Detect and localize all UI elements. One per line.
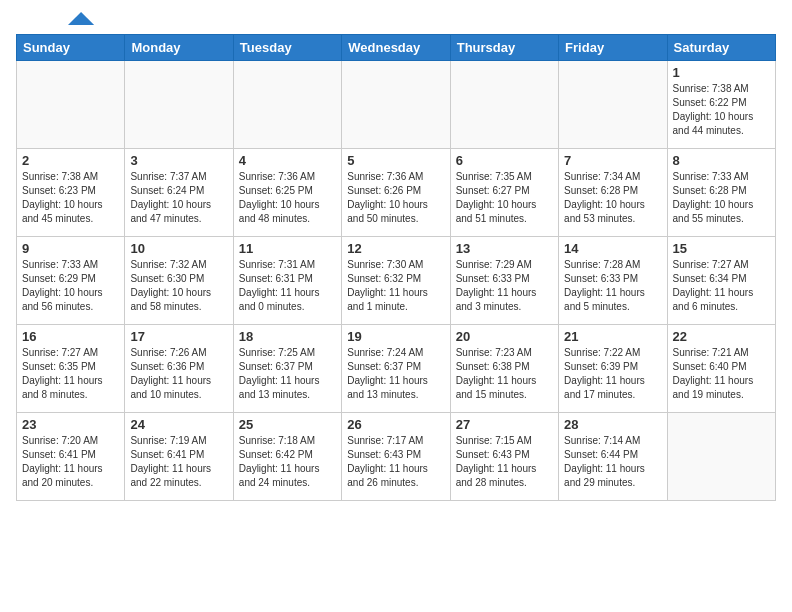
day-info: Sunrise: 7:18 AM Sunset: 6:42 PM Dayligh… (239, 434, 336, 490)
calendar-cell: 25Sunrise: 7:18 AM Sunset: 6:42 PM Dayli… (233, 413, 341, 501)
calendar-table: SundayMondayTuesdayWednesdayThursdayFrid… (16, 34, 776, 501)
calendar-cell: 8Sunrise: 7:33 AM Sunset: 6:28 PM Daylig… (667, 149, 775, 237)
day-number: 18 (239, 329, 336, 344)
calendar-cell: 26Sunrise: 7:17 AM Sunset: 6:43 PM Dayli… (342, 413, 450, 501)
calendar-week-4: 23Sunrise: 7:20 AM Sunset: 6:41 PM Dayli… (17, 413, 776, 501)
day-info: Sunrise: 7:32 AM Sunset: 6:30 PM Dayligh… (130, 258, 227, 314)
calendar-cell: 7Sunrise: 7:34 AM Sunset: 6:28 PM Daylig… (559, 149, 667, 237)
calendar-cell: 5Sunrise: 7:36 AM Sunset: 6:26 PM Daylig… (342, 149, 450, 237)
calendar-cell (233, 61, 341, 149)
calendar-cell: 12Sunrise: 7:30 AM Sunset: 6:32 PM Dayli… (342, 237, 450, 325)
weekday-header-tuesday: Tuesday (233, 35, 341, 61)
day-number: 12 (347, 241, 444, 256)
day-number: 24 (130, 417, 227, 432)
day-number: 19 (347, 329, 444, 344)
calendar-cell: 2Sunrise: 7:38 AM Sunset: 6:23 PM Daylig… (17, 149, 125, 237)
day-info: Sunrise: 7:29 AM Sunset: 6:33 PM Dayligh… (456, 258, 553, 314)
day-info: Sunrise: 7:22 AM Sunset: 6:39 PM Dayligh… (564, 346, 661, 402)
calendar-cell: 28Sunrise: 7:14 AM Sunset: 6:44 PM Dayli… (559, 413, 667, 501)
calendar-cell (17, 61, 125, 149)
day-info: Sunrise: 7:36 AM Sunset: 6:26 PM Dayligh… (347, 170, 444, 226)
calendar-cell: 13Sunrise: 7:29 AM Sunset: 6:33 PM Dayli… (450, 237, 558, 325)
calendar-cell: 21Sunrise: 7:22 AM Sunset: 6:39 PM Dayli… (559, 325, 667, 413)
weekday-header-row: SundayMondayTuesdayWednesdayThursdayFrid… (17, 35, 776, 61)
calendar-cell (450, 61, 558, 149)
calendar-cell: 19Sunrise: 7:24 AM Sunset: 6:37 PM Dayli… (342, 325, 450, 413)
calendar-cell: 22Sunrise: 7:21 AM Sunset: 6:40 PM Dayli… (667, 325, 775, 413)
day-number: 11 (239, 241, 336, 256)
day-info: Sunrise: 7:21 AM Sunset: 6:40 PM Dayligh… (673, 346, 770, 402)
day-info: Sunrise: 7:34 AM Sunset: 6:28 PM Dayligh… (564, 170, 661, 226)
calendar-week-2: 9Sunrise: 7:33 AM Sunset: 6:29 PM Daylig… (17, 237, 776, 325)
day-info: Sunrise: 7:14 AM Sunset: 6:44 PM Dayligh… (564, 434, 661, 490)
day-number: 3 (130, 153, 227, 168)
day-number: 26 (347, 417, 444, 432)
day-number: 27 (456, 417, 553, 432)
day-info: Sunrise: 7:36 AM Sunset: 6:25 PM Dayligh… (239, 170, 336, 226)
day-info: Sunrise: 7:33 AM Sunset: 6:29 PM Dayligh… (22, 258, 119, 314)
day-info: Sunrise: 7:24 AM Sunset: 6:37 PM Dayligh… (347, 346, 444, 402)
day-number: 16 (22, 329, 119, 344)
day-number: 6 (456, 153, 553, 168)
calendar-week-1: 2Sunrise: 7:38 AM Sunset: 6:23 PM Daylig… (17, 149, 776, 237)
weekday-header-wednesday: Wednesday (342, 35, 450, 61)
day-info: Sunrise: 7:23 AM Sunset: 6:38 PM Dayligh… (456, 346, 553, 402)
weekday-header-monday: Monday (125, 35, 233, 61)
calendar-week-0: 1Sunrise: 7:38 AM Sunset: 6:22 PM Daylig… (17, 61, 776, 149)
calendar-cell: 16Sunrise: 7:27 AM Sunset: 6:35 PM Dayli… (17, 325, 125, 413)
calendar-cell (125, 61, 233, 149)
day-number: 28 (564, 417, 661, 432)
calendar-cell: 10Sunrise: 7:32 AM Sunset: 6:30 PM Dayli… (125, 237, 233, 325)
calendar-cell: 18Sunrise: 7:25 AM Sunset: 6:37 PM Dayli… (233, 325, 341, 413)
calendar-cell: 23Sunrise: 7:20 AM Sunset: 6:41 PM Dayli… (17, 413, 125, 501)
logo (16, 16, 96, 26)
day-number: 22 (673, 329, 770, 344)
day-info: Sunrise: 7:30 AM Sunset: 6:32 PM Dayligh… (347, 258, 444, 314)
calendar-cell (559, 61, 667, 149)
day-number: 9 (22, 241, 119, 256)
calendar-cell: 27Sunrise: 7:15 AM Sunset: 6:43 PM Dayli… (450, 413, 558, 501)
calendar-cell: 6Sunrise: 7:35 AM Sunset: 6:27 PM Daylig… (450, 149, 558, 237)
day-info: Sunrise: 7:19 AM Sunset: 6:41 PM Dayligh… (130, 434, 227, 490)
calendar-cell: 24Sunrise: 7:19 AM Sunset: 6:41 PM Dayli… (125, 413, 233, 501)
day-number: 8 (673, 153, 770, 168)
day-info: Sunrise: 7:26 AM Sunset: 6:36 PM Dayligh… (130, 346, 227, 402)
calendar-cell (342, 61, 450, 149)
day-info: Sunrise: 7:33 AM Sunset: 6:28 PM Dayligh… (673, 170, 770, 226)
day-number: 1 (673, 65, 770, 80)
day-number: 7 (564, 153, 661, 168)
day-info: Sunrise: 7:20 AM Sunset: 6:41 PM Dayligh… (22, 434, 119, 490)
day-info: Sunrise: 7:17 AM Sunset: 6:43 PM Dayligh… (347, 434, 444, 490)
day-info: Sunrise: 7:38 AM Sunset: 6:22 PM Dayligh… (673, 82, 770, 138)
calendar-cell: 4Sunrise: 7:36 AM Sunset: 6:25 PM Daylig… (233, 149, 341, 237)
day-info: Sunrise: 7:35 AM Sunset: 6:27 PM Dayligh… (456, 170, 553, 226)
day-info: Sunrise: 7:15 AM Sunset: 6:43 PM Dayligh… (456, 434, 553, 490)
calendar-cell: 1Sunrise: 7:38 AM Sunset: 6:22 PM Daylig… (667, 61, 775, 149)
calendar-cell: 15Sunrise: 7:27 AM Sunset: 6:34 PM Dayli… (667, 237, 775, 325)
calendar-cell: 20Sunrise: 7:23 AM Sunset: 6:38 PM Dayli… (450, 325, 558, 413)
page-header (16, 16, 776, 26)
day-number: 21 (564, 329, 661, 344)
day-number: 14 (564, 241, 661, 256)
calendar-body: 1Sunrise: 7:38 AM Sunset: 6:22 PM Daylig… (17, 61, 776, 501)
calendar-week-3: 16Sunrise: 7:27 AM Sunset: 6:35 PM Dayli… (17, 325, 776, 413)
weekday-header-thursday: Thursday (450, 35, 558, 61)
day-info: Sunrise: 7:27 AM Sunset: 6:35 PM Dayligh… (22, 346, 119, 402)
weekday-header-saturday: Saturday (667, 35, 775, 61)
day-number: 10 (130, 241, 227, 256)
logo-icon (68, 12, 96, 26)
day-info: Sunrise: 7:37 AM Sunset: 6:24 PM Dayligh… (130, 170, 227, 226)
day-number: 15 (673, 241, 770, 256)
day-number: 23 (22, 417, 119, 432)
day-info: Sunrise: 7:31 AM Sunset: 6:31 PM Dayligh… (239, 258, 336, 314)
day-info: Sunrise: 7:38 AM Sunset: 6:23 PM Dayligh… (22, 170, 119, 226)
day-info: Sunrise: 7:27 AM Sunset: 6:34 PM Dayligh… (673, 258, 770, 314)
day-number: 17 (130, 329, 227, 344)
day-number: 2 (22, 153, 119, 168)
day-number: 5 (347, 153, 444, 168)
calendar-cell: 14Sunrise: 7:28 AM Sunset: 6:33 PM Dayli… (559, 237, 667, 325)
day-number: 13 (456, 241, 553, 256)
calendar-cell: 17Sunrise: 7:26 AM Sunset: 6:36 PM Dayli… (125, 325, 233, 413)
day-info: Sunrise: 7:25 AM Sunset: 6:37 PM Dayligh… (239, 346, 336, 402)
calendar-cell: 3Sunrise: 7:37 AM Sunset: 6:24 PM Daylig… (125, 149, 233, 237)
